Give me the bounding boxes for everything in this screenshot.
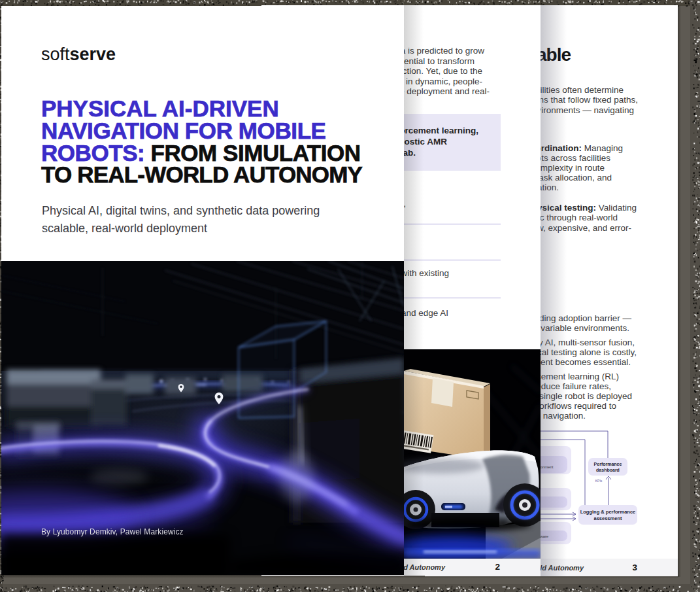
- svg-text:KPIs: KPIs: [595, 479, 603, 483]
- svg-text:Logging & performance: Logging & performance: [580, 509, 636, 515]
- svg-text:dashboard: dashboard: [596, 468, 620, 472]
- svg-text:assessment: assessment: [594, 515, 622, 521]
- svg-text:Performance: Performance: [594, 462, 622, 466]
